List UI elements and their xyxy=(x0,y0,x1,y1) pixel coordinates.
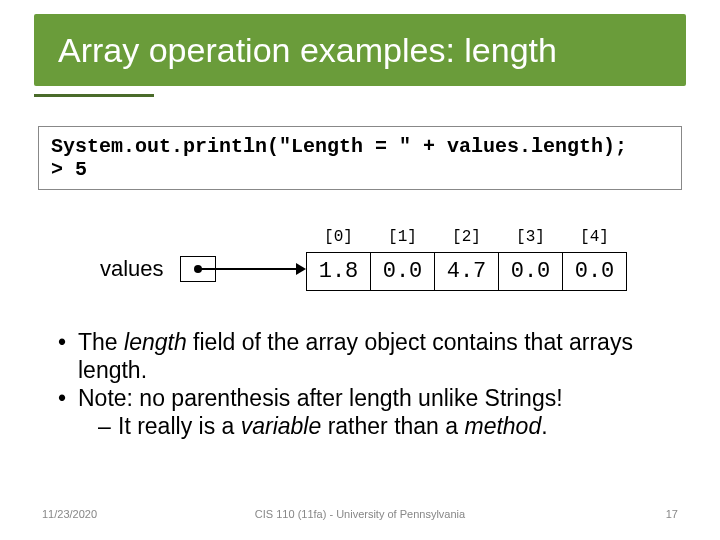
array-cells: [0] [1] [2] [3] [4] 1.8 0.0 4.7 0.0 0.0 xyxy=(306,228,627,291)
variable-label: values xyxy=(100,256,164,282)
idx-2: [2] xyxy=(435,228,499,253)
title-underline xyxy=(34,94,154,97)
array-diagram: values [0] [1] [2] [3] [4] 1.8 0.0 4.7 0… xyxy=(0,216,720,306)
cell-1: 0.0 xyxy=(371,253,435,291)
bullet-1: • The length field of the array object c… xyxy=(58,328,670,384)
cell-2: 4.7 xyxy=(435,253,499,291)
cell-3: 0.0 xyxy=(499,253,563,291)
index-row: [0] [1] [2] [3] [4] xyxy=(307,228,627,253)
slide-footer: 11/23/2020 CIS 110 (11fa) - University o… xyxy=(0,508,720,526)
bullet-2-sub: – It really is a variable rather than a … xyxy=(58,412,670,440)
idx-0: [0] xyxy=(307,228,371,253)
footer-page: 17 xyxy=(666,508,678,520)
slide-title: Array operation examples: length xyxy=(58,31,557,70)
cell-0: 1.8 xyxy=(307,253,371,291)
em-variable: variable xyxy=(241,413,322,439)
em-length: length xyxy=(124,329,187,355)
idx-1: [1] xyxy=(371,228,435,253)
em-method: method xyxy=(464,413,541,439)
idx-4: [4] xyxy=(563,228,627,253)
slide-title-bar: Array operation examples: length xyxy=(34,14,686,86)
pointer-arrow-line xyxy=(200,268,298,270)
footer-credit: CIS 110 (11fa) - University of Pennsylva… xyxy=(0,508,720,520)
pointer-arrow-head xyxy=(296,263,306,275)
code-example: System.out.println("Length = " + values.… xyxy=(38,126,682,190)
code-line-1: System.out.println("Length = " + values.… xyxy=(51,135,627,158)
idx-3: [3] xyxy=(499,228,563,253)
bullet-2: • Note: no parenthesis after length unli… xyxy=(58,384,670,412)
bullet-list: • The length field of the array object c… xyxy=(58,328,670,440)
value-row: 1.8 0.0 4.7 0.0 0.0 xyxy=(307,253,627,291)
code-line-2: > 5 xyxy=(51,158,87,181)
cell-4: 0.0 xyxy=(563,253,627,291)
